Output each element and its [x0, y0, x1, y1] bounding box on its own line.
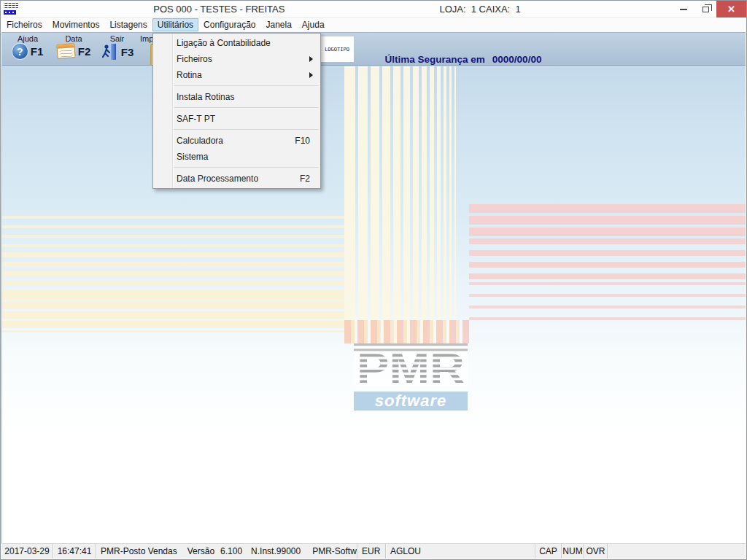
menu-separator — [174, 107, 319, 108]
statusbar: 2017-03-29 16:47:41 PMR-Posto Vendas Ver… — [1, 543, 746, 559]
help-icon: ? — [12, 44, 28, 59]
menu-item-sistema[interactable]: Sistema — [153, 149, 320, 165]
menu-item-label: Ligação à Contabilidade — [177, 38, 271, 48]
status-ovr-indicator: OVR — [584, 544, 608, 559]
status-install-number: N.Inst.99000 — [251, 546, 301, 556]
menu-separator — [174, 85, 319, 86]
status-version-value: 6.100 — [220, 546, 242, 556]
status-empty — [608, 544, 746, 559]
minimize-button[interactable] — [673, 1, 694, 18]
caption: POS 000 - TESTES - FREITAS LOJA: 1 CAIXA… — [1, 1, 673, 18]
app-window: POS 000 - TESTES - FREITAS LOJA: 1 CAIXA… — [0, 0, 747, 560]
utilitarios-dropdown-menu: Ligação à Contabilidade Ficheiros Rotina… — [152, 33, 321, 189]
status-currency: EUR — [357, 544, 386, 559]
restore-icon — [703, 7, 709, 12]
calendar-icon — [56, 43, 75, 59]
status-caps-indicator: CAP — [535, 544, 562, 559]
status-vendor: PMR-Software — [312, 546, 357, 556]
menu-item-label: Ficheiros — [177, 54, 212, 64]
status-product-info: PMR-Posto Vendas Versão 6.100 N.Inst.990… — [96, 544, 357, 559]
status-version-label: Versão — [187, 546, 214, 556]
help-button-key: F1 — [31, 45, 44, 58]
window-title: POS 000 - TESTES - FREITAS — [153, 4, 285, 15]
right-stripes-band — [469, 204, 746, 238]
menubar-item-movimentos[interactable]: Movimentos — [47, 18, 105, 31]
menubar-item-janela[interactable]: Janela — [260, 18, 296, 31]
minimize-icon — [680, 9, 687, 10]
menu-item-instala-rotinas[interactable]: Instala Rotinas — [153, 89, 320, 105]
help-button-label: Ajuda — [4, 34, 51, 43]
menu-item-label: Data Processamento — [177, 174, 258, 184]
status-product: PMR-Posto Vendas — [101, 546, 177, 556]
logo-placeholder-box: LOGOTIPO — [320, 36, 354, 62]
date-button-label: Data — [51, 34, 96, 43]
left-stripes-band — [2, 252, 344, 292]
left-stripes-band — [2, 292, 344, 332]
last-backup-label: Última Segurança em — [385, 54, 485, 65]
exit-icon — [101, 44, 118, 60]
submenu-arrow-icon — [309, 56, 313, 62]
left-stripes-band — [2, 216, 344, 252]
plaid-strip — [344, 320, 469, 343]
status-operator: AGLOU — [386, 544, 535, 559]
menu-item-label: Sistema — [177, 152, 208, 162]
vertical-stripes — [344, 66, 457, 343]
menu-item-label: Rotina — [177, 70, 202, 80]
menu-separator — [174, 167, 319, 168]
status-date: 2017-03-29 — [1, 544, 53, 559]
menu-item-saft-pt[interactable]: SAF-T PT — [153, 111, 320, 127]
pmr-brand-graphic: PMR — [354, 343, 468, 386]
menu-item-shortcut: F10 — [295, 136, 313, 146]
close-button[interactable]: ✕ — [716, 1, 746, 18]
menu-item-data-processamento[interactable]: Data Processamento F2 — [153, 171, 320, 187]
menubar-item-listagens[interactable]: Listagens — [104, 18, 152, 31]
pmr-brand-text: PMR — [357, 344, 465, 386]
menu-item-label: Calculadora — [177, 136, 223, 146]
exit-button-key: F3 — [121, 46, 134, 58]
menubar-item-configuracao[interactable]: Configuração — [198, 18, 260, 31]
menubar-item-utilitarios[interactable]: Utilitários — [152, 18, 198, 31]
toolbar: Ajuda ? F1 Data F2 Sair — [1, 32, 746, 65]
menu-item-ficheiros[interactable]: Ficheiros — [153, 51, 320, 67]
menu-item-calculadora[interactable]: Calculadora F10 — [153, 133, 320, 149]
pmr-watermark: PMR software — [354, 343, 468, 408]
window-controls: ✕ — [673, 1, 746, 18]
menubar: Ficheiros Movimentos Listagens Utilitári… — [1, 18, 746, 32]
menu-item-label: Instala Rotinas — [177, 92, 234, 102]
restore-button[interactable] — [694, 1, 716, 18]
status-time: 16:47:41 — [53, 544, 96, 559]
menubar-item-ajuda[interactable]: Ajuda — [297, 18, 330, 31]
right-stripes-band — [469, 238, 746, 282]
client-area: PMR software — [1, 65, 746, 543]
menu-item-rotina[interactable]: Rotina — [153, 67, 320, 83]
status-num-indicator: NUM — [562, 544, 584, 559]
submenu-arrow-icon — [309, 72, 313, 78]
date-button-key: F2 — [78, 45, 91, 58]
exit-button-label: Sair — [96, 34, 138, 43]
window-session-info: LOJA: 1 CAIXA: 1 — [439, 4, 520, 15]
pmr-software-box: software — [354, 392, 468, 411]
menu-item-ligacao-contabilidade[interactable]: Ligação à Contabilidade — [153, 35, 320, 51]
menu-item-label: SAF-T PT — [177, 114, 215, 124]
menu-item-shortcut: F2 — [300, 174, 313, 184]
menubar-item-ficheiros[interactable]: Ficheiros — [1, 18, 47, 31]
exit-button[interactable]: Sair F3 — [96, 33, 138, 66]
menu-separator — [174, 129, 319, 130]
date-button[interactable]: Data F2 — [51, 33, 96, 66]
titlebar: POS 000 - TESTES - FREITAS LOJA: 1 CAIXA… — [1, 1, 746, 18]
last-backup-value: 0000/00/00 — [492, 54, 542, 65]
right-stripes-band — [469, 282, 746, 323]
help-button[interactable]: Ajuda ? F1 — [4, 33, 51, 66]
